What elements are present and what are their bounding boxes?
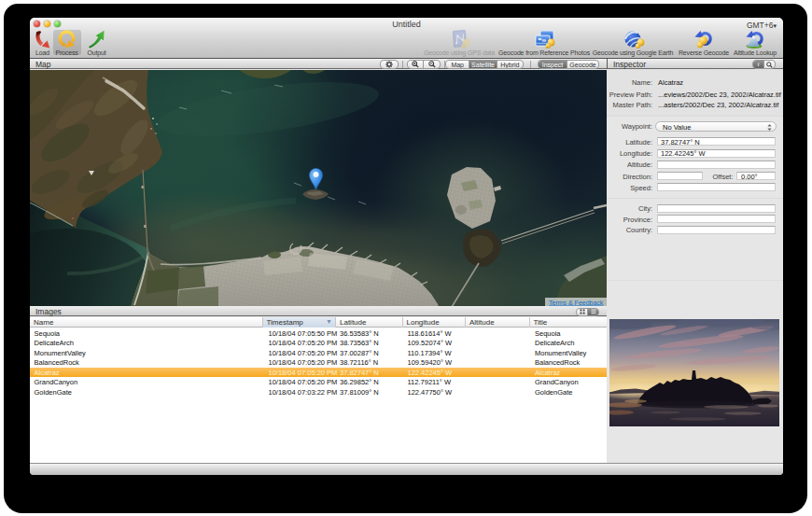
svg-text:Terms & Feedback: Terms & Feedback [549, 299, 604, 305]
